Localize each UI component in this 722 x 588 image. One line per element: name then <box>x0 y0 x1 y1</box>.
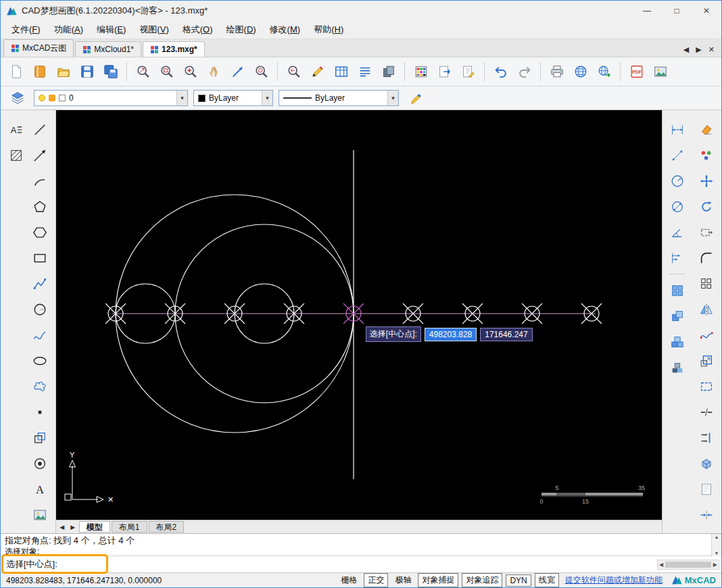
array-icon[interactable] <box>696 272 718 295</box>
break-icon[interactable] <box>696 401 718 423</box>
layout-tab[interactable]: 布局2 <box>149 521 185 533</box>
zoom-in-icon[interactable] <box>179 61 201 83</box>
file-new-icon[interactable] <box>5 61 27 83</box>
donut-icon[interactable] <box>28 452 51 474</box>
circle-icon[interactable] <box>28 298 51 320</box>
spline-edit-icon[interactable] <box>696 324 718 346</box>
close-tab-button[interactable]: ✕ <box>708 45 715 54</box>
menu-item[interactable]: 绘图(D) <box>220 22 263 38</box>
annotate-page-icon[interactable] <box>457 61 479 83</box>
next-tab-button[interactable]: ▶ <box>696 45 701 54</box>
status-toggle[interactable]: 对象捕捉 <box>418 573 458 587</box>
mtext-icon[interactable] <box>354 61 376 83</box>
open-notebook-icon[interactable] <box>28 61 51 83</box>
copy-pages-icon[interactable] <box>377 61 400 83</box>
layers-icon[interactable] <box>6 87 28 109</box>
status-toggle[interactable]: 正交 <box>364 573 388 587</box>
pdf-export-icon[interactable]: PDF <box>625 61 648 83</box>
join-icon[interactable] <box>696 504 718 526</box>
save-icon[interactable] <box>76 61 98 83</box>
drawing-canvas[interactable]: Y✕535015 选择[中心点]: 498203.828 171646.247 <box>56 110 662 520</box>
image-insert-icon[interactable] <box>28 504 51 526</box>
prev-tab-button[interactable]: ◀ <box>683 45 689 54</box>
web-icon[interactable] <box>569 61 592 83</box>
doc-tab[interactable]: MxCloud1* <box>75 41 141 57</box>
line-icon[interactable] <box>28 118 51 141</box>
block-stack-icon[interactable] <box>666 330 688 353</box>
image-export-icon[interactable] <box>649 61 671 83</box>
zoom-all-icon[interactable] <box>250 61 272 83</box>
rotate-icon[interactable] <box>696 195 718 218</box>
scroll-down-icon[interactable]: ▼ <box>715 551 719 556</box>
stretch-icon[interactable] <box>696 221 718 243</box>
layer-select[interactable]: 0 ▼ <box>34 90 188 106</box>
command-prompt[interactable]: 选择[中心点]: <box>6 558 57 570</box>
folder-open-icon[interactable] <box>52 61 74 83</box>
rect-edit-icon[interactable] <box>696 375 718 397</box>
sheet-new-icon[interactable] <box>696 478 718 500</box>
maximize-button[interactable]: □ <box>662 1 692 21</box>
status-toggle[interactable]: 线宽 <box>535 573 559 587</box>
dynamic-input-y-field[interactable]: 171646.247 <box>480 328 532 341</box>
scroll-left-icon[interactable]: ◀ <box>659 562 663 568</box>
chevron-down-icon[interactable]: ▼ <box>176 91 187 105</box>
menu-item[interactable]: 帮助(H) <box>307 22 350 38</box>
ellipse-icon[interactable] <box>28 349 51 372</box>
save-all-icon[interactable] <box>99 61 122 83</box>
command-prompt-row[interactable]: 选择[中心点]: <box>1 556 721 572</box>
status-toggle[interactable]: 极轴 <box>391 574 414 587</box>
polyline-icon[interactable] <box>28 272 51 295</box>
doc-tab[interactable]: MxCAD云图 <box>3 39 74 57</box>
dim-linear-icon[interactable] <box>666 118 688 141</box>
offset-copy-icon[interactable] <box>28 426 51 449</box>
dim-aligned-icon[interactable] <box>666 144 688 166</box>
text-style-icon[interactable]: A <box>5 118 27 141</box>
status-toggle[interactable]: 栅格 <box>337 574 360 587</box>
extend-icon[interactable] <box>696 426 718 449</box>
layout-tab[interactable]: 布局1 <box>112 521 147 533</box>
point-icon[interactable] <box>28 401 51 423</box>
color-select[interactable]: ByLayer ▼ <box>193 90 273 106</box>
scroll-up-icon[interactable]: ▲ <box>715 535 719 539</box>
chevron-down-icon[interactable]: ▼ <box>262 91 272 105</box>
print-icon[interactable] <box>546 61 568 83</box>
scrollbar-thumb[interactable] <box>665 562 711 568</box>
block-copy-icon[interactable] <box>666 279 688 301</box>
menu-item[interactable]: 功能(A) <box>47 22 90 38</box>
mirror-icon[interactable] <box>696 298 718 320</box>
erase-icon[interactable] <box>696 118 718 141</box>
export-page-icon[interactable] <box>433 61 456 83</box>
dim-baseline-icon[interactable] <box>666 247 688 269</box>
linetype-select[interactable]: ByLayer ▼ <box>279 90 399 106</box>
layout-prev-button[interactable]: ◀ <box>57 524 67 531</box>
dim-diameter-icon[interactable] <box>666 195 688 218</box>
status-toggle[interactable]: 对象追踪 <box>462 573 502 587</box>
layout-next-button[interactable]: ▶ <box>68 524 78 531</box>
color-palette-icon[interactable] <box>410 61 432 83</box>
rev-cloud-icon[interactable] <box>28 375 51 397</box>
pan-icon[interactable] <box>203 61 225 83</box>
spline-icon[interactable] <box>28 324 51 346</box>
dynamic-input-x-field[interactable]: 498203.828 <box>425 328 477 341</box>
block-paste-icon[interactable] <box>666 305 688 327</box>
polygon-icon[interactable] <box>28 221 51 243</box>
rectangle-icon[interactable] <box>28 247 51 269</box>
status-toggle[interactable]: DYN <box>506 574 531 587</box>
match-properties-icon[interactable] <box>696 144 718 166</box>
scale-icon[interactable] <box>696 349 718 372</box>
doc-tab[interactable]: 123.mxg* <box>143 41 205 57</box>
zoom-window-icon[interactable] <box>155 61 178 83</box>
chevron-down-icon[interactable]: ▼ <box>387 91 398 105</box>
undo-icon[interactable] <box>489 61 512 83</box>
menu-item[interactable]: 编辑(E) <box>90 22 133 38</box>
menu-item[interactable]: 修改(M) <box>263 22 308 38</box>
web-publish-icon[interactable] <box>593 61 615 83</box>
measure-icon[interactable] <box>226 61 249 83</box>
pentagon-icon[interactable] <box>28 195 51 218</box>
dim-angular-icon[interactable] <box>666 221 688 243</box>
layout-tab[interactable]: 模型 <box>79 521 110 533</box>
scroll-right-icon[interactable]: ▶ <box>713 562 717 568</box>
feedback-link[interactable]: 提交软件问题或增加新功能 <box>565 574 663 586</box>
fillet-icon[interactable] <box>696 247 718 269</box>
menu-item[interactable]: 视图(V) <box>133 22 175 38</box>
